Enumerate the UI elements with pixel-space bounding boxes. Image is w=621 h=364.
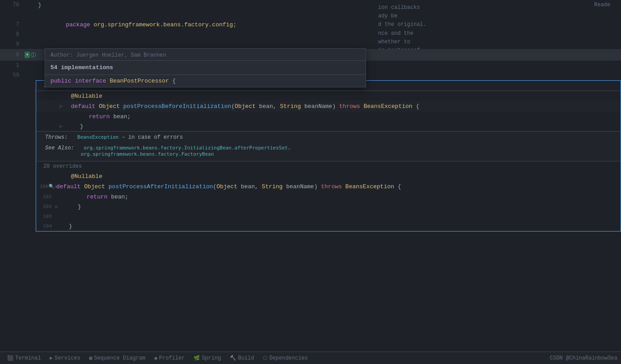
code-line-103: 103 <box>36 211 621 221</box>
terminal-icon: ⬛ <box>7 355 13 361</box>
profiler-button[interactable]: ◉ Profiler <box>151 354 188 362</box>
terminal-button[interactable]: ⬛ Terminal <box>4 354 45 362</box>
services-icon: ▶ <box>50 355 53 361</box>
code-line-76: 76 } <box>0 0 621 10</box>
build-button[interactable]: 🔨 Build <box>226 354 258 362</box>
csdn-label: CSDN @ChinaRainbowSea <box>550 355 617 361</box>
method-before-init: ▷ default Object postProcessBeforeInitia… <box>36 101 621 112</box>
implementation-icon[interactable]: ● <box>25 52 30 58</box>
close-brace-1: ▷ } <box>36 121 621 131</box>
info-icon[interactable]: ⓘ <box>31 52 36 58</box>
services-button[interactable]: ▶ Services <box>46 354 84 362</box>
spring-button[interactable]: 🌿 Spring <box>190 354 225 362</box>
nullable-ann-1: @Nullable <box>36 91 621 101</box>
tooltip-implementations[interactable]: 54 implementations <box>45 61 366 75</box>
code-line-104: 104 } <box>36 221 621 231</box>
editor-area: ion callbacks ady be d the original. nce… <box>0 0 621 352</box>
close-brace-2: 102 ▷ } <box>36 202 621 211</box>
sequence-diagram-button[interactable]: ▦ Sequence Diagram <box>86 354 149 362</box>
tooltip-author: Author: Juergen Hoeller, Sam Brannen <box>45 49 366 61</box>
return-bean-1: return bean; <box>36 112 621 121</box>
throws-section: Throws: BeansException – in case of erro… <box>36 131 621 143</box>
search-ref-icon[interactable]: 🔍 <box>49 184 54 189</box>
dependencies-icon: ⬡ <box>263 355 267 361</box>
status-bar: ⬛ Terminal ▶ Services ▦ Sequence Diagram… <box>0 352 621 364</box>
build-icon: 🔨 <box>230 355 236 361</box>
sequence-diagram-icon: ▦ <box>89 355 92 361</box>
status-bar-left: ⬛ Terminal ▶ Services ▦ Sequence Diagram… <box>4 354 312 362</box>
code-line-7: 7 package org.springframework.beans.fact… <box>0 20 621 29</box>
overrides-20: 20 overrides <box>36 161 621 171</box>
fold-icon-1[interactable]: ▷ <box>60 103 63 109</box>
fold-icon-4[interactable]: ▷ <box>55 204 58 209</box>
fold-icon-2[interactable]: ▷ <box>60 124 63 129</box>
tooltip-popup: Author: Juergen Hoeller, Sam Brannen 54 … <box>45 48 366 87</box>
nullable-ann-2: @Nullable <box>36 171 621 181</box>
tooltip-interface-line: public interface BeanPostProcessor { <box>45 75 366 87</box>
profiler-icon: ◉ <box>154 355 158 361</box>
spring-icon: 🌿 <box>194 355 200 361</box>
see-also-section: See Also: org.springframework.beans.fact… <box>36 143 621 161</box>
dependencies-button[interactable]: ⬡ Dependencies <box>259 354 311 362</box>
method-after-init: 100 🔍 ▷ default Object postProcessAfterI… <box>36 181 621 192</box>
return-bean-2: 101 return bean; <box>36 192 621 202</box>
main-doc-panel: 22 overrides @Nullable ▷ default Object … <box>36 80 621 232</box>
